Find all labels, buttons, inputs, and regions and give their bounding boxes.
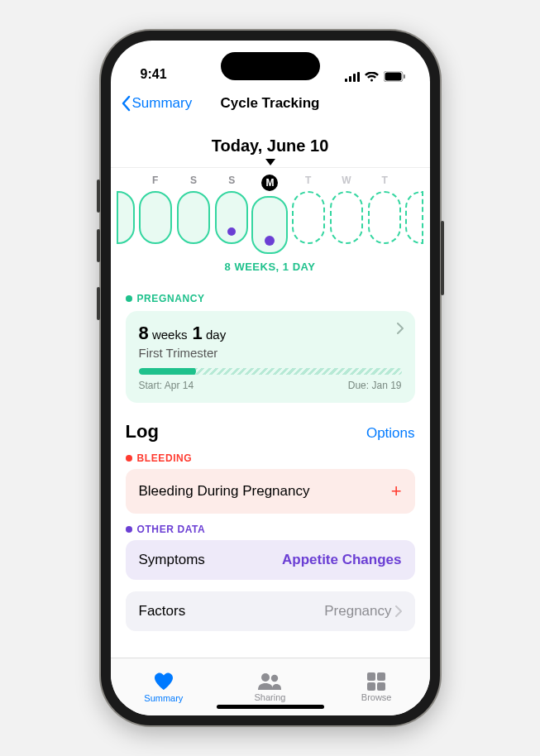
- today-label: Today, June 10: [126, 136, 415, 156]
- day-pill-future: [368, 191, 401, 244]
- bleeding-row-label: Bleeding During Pregnancy: [139, 483, 310, 500]
- pregnancy-dates: Start: Apr 14 Due: Jan 19: [139, 380, 402, 391]
- day-letter: [124, 175, 127, 186]
- pregnancy-duration: 8 weeks 1 day: [139, 323, 402, 344]
- svg-point-7: [261, 673, 270, 682]
- log-dot-icon: [227, 227, 236, 236]
- heart-icon: [153, 672, 174, 691]
- screen: 9:41 Summary Cycle Tracking Today, June …: [111, 41, 430, 715]
- battery-icon: [384, 71, 405, 82]
- day-pill-future: [405, 191, 423, 244]
- bleeding-header: BLEEDING: [126, 452, 415, 464]
- days-num: 1: [193, 323, 203, 343]
- options-button[interactable]: Options: [366, 425, 415, 442]
- bullet-icon: [126, 455, 132, 462]
- day-letter: S: [228, 175, 235, 186]
- chevron-right-icon: [395, 605, 402, 617]
- svg-rect-3: [357, 72, 360, 82]
- bullet-icon: [126, 295, 132, 302]
- chevron-right-icon: [397, 323, 404, 337]
- symptoms-label: Symptoms: [139, 552, 205, 568]
- day-pill-future: [330, 191, 363, 244]
- symptoms-row[interactable]: Symptoms Appetite Changes: [126, 540, 415, 580]
- day-col[interactable]: T: [289, 175, 327, 254]
- day-letter: T: [382, 175, 388, 186]
- day-letter: S: [190, 175, 197, 186]
- svg-rect-11: [367, 682, 375, 691]
- people-icon: [257, 672, 282, 691]
- nav-bar: Summary Cycle Tracking: [111, 85, 430, 122]
- svg-rect-6: [404, 74, 405, 79]
- day-letter: F: [152, 175, 158, 186]
- back-button[interactable]: Summary: [121, 95, 193, 112]
- log-title: Log: [126, 421, 159, 443]
- progress-knob: [186, 368, 196, 375]
- tab-summary-label: Summary: [144, 693, 183, 703]
- day-letter: W: [342, 175, 351, 186]
- svg-rect-12: [377, 682, 385, 691]
- svg-rect-5: [385, 73, 401, 81]
- day-col[interactable]: S: [174, 175, 213, 254]
- today-pointer-icon: [265, 159, 275, 165]
- day-col[interactable]: T: [366, 175, 404, 254]
- day-pill: [177, 191, 210, 244]
- phone-frame: 9:41 Summary Cycle Tracking Today, June …: [101, 31, 440, 725]
- week-strip[interactable]: F S S M T: [111, 167, 430, 254]
- wifi-icon: [365, 72, 379, 82]
- day-col-today[interactable]: M: [251, 175, 289, 254]
- weeks-unit: weeks: [152, 328, 188, 342]
- svg-rect-1: [349, 76, 351, 82]
- bleeding-header-text: BLEEDING: [137, 452, 193, 464]
- cellular-icon: [345, 72, 360, 82]
- chevron-left-icon: [121, 95, 131, 112]
- svg-rect-9: [367, 672, 375, 681]
- log-header: Log Options: [126, 421, 415, 443]
- bleeding-row[interactable]: Bleeding During Pregnancy +: [126, 469, 415, 514]
- day-pill-future: [292, 191, 325, 244]
- days-unit: day: [206, 328, 226, 342]
- pregnancy-progress-bar: [139, 368, 402, 375]
- content-area[interactable]: Today, June 10 F S S: [111, 122, 430, 658]
- day-pill: [117, 191, 135, 244]
- trimester-label: First Trimester: [139, 346, 402, 360]
- factors-row[interactable]: Factors Pregnancy: [126, 591, 415, 631]
- svg-point-8: [271, 674, 278, 681]
- day-pill: [215, 191, 248, 244]
- grid-icon: [367, 672, 385, 691]
- weeks-num: 8: [139, 323, 149, 343]
- tab-sharing[interactable]: Sharing: [232, 672, 307, 702]
- day-letter-today: M: [261, 175, 278, 191]
- tab-browse-label: Browse: [361, 692, 392, 702]
- other-header-text: OTHER DATA: [137, 524, 206, 535]
- bullet-icon: [126, 526, 132, 533]
- plus-icon: +: [391, 481, 402, 502]
- day-letter: T: [305, 175, 311, 186]
- svg-rect-10: [377, 672, 385, 681]
- day-pill: [139, 191, 172, 244]
- day-col[interactable]: F: [136, 175, 174, 254]
- factors-value: Pregnancy: [324, 603, 401, 620]
- tab-sharing-label: Sharing: [255, 692, 286, 702]
- other-data-header: OTHER DATA: [126, 524, 415, 535]
- tab-browse[interactable]: Browse: [339, 672, 413, 702]
- pregnancy-section-header: PREGNANCY: [126, 293, 415, 304]
- day-col[interactable]: [116, 175, 136, 254]
- dynamic-island: [221, 52, 320, 80]
- tab-summary[interactable]: Summary: [127, 672, 201, 703]
- day-col[interactable]: S: [213, 175, 251, 254]
- log-dot-icon: [265, 236, 275, 246]
- due-date: Due: Jan 19: [348, 380, 402, 391]
- day-col[interactable]: [404, 175, 424, 254]
- factors-label: Factors: [139, 603, 186, 620]
- pregnancy-card[interactable]: 8 weeks 1 day First Trimester Start: Apr…: [126, 311, 415, 403]
- day-letter: [413, 175, 415, 186]
- home-indicator[interactable]: [217, 705, 324, 709]
- svg-rect-0: [345, 79, 347, 82]
- pregnancy-header-text: PREGNANCY: [137, 293, 205, 304]
- back-label: Summary: [132, 95, 193, 112]
- day-col[interactable]: W: [327, 175, 366, 254]
- progress-fill: [139, 368, 192, 375]
- day-pill-today: [251, 196, 288, 254]
- symptoms-value: Appetite Changes: [282, 552, 402, 568]
- start-date: Start: Apr 14: [139, 380, 194, 391]
